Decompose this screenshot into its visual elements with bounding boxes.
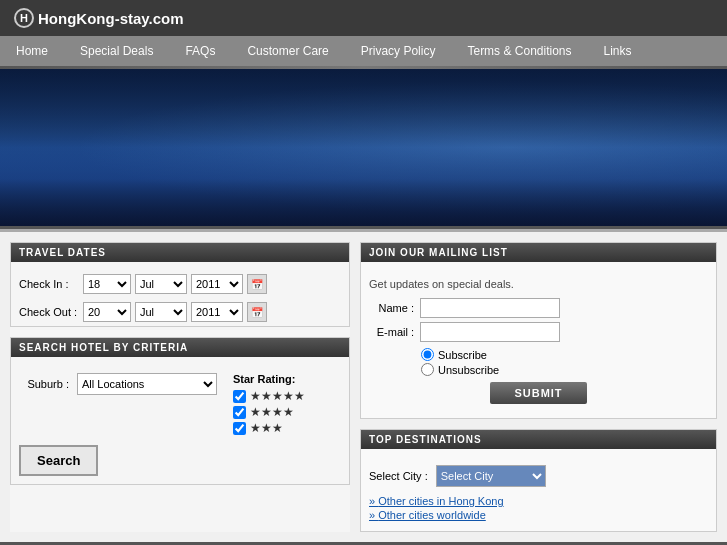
submit-button[interactable]: SUBMIT xyxy=(490,382,586,404)
other-cities-hk-link[interactable]: Other cities in Hong Kong xyxy=(369,495,708,507)
nav-home[interactable]: Home xyxy=(0,36,64,66)
unsubscribe-label: Unsubscribe xyxy=(438,364,499,376)
destinations-section: Top Destinations Select City : Select Ci… xyxy=(360,429,717,532)
nav-links[interactable]: Links xyxy=(588,36,648,66)
checkin-calendar-icon[interactable]: 📅 xyxy=(247,274,267,294)
criteria-inner: Suburb : All Locations Star Rating: ★★★★… xyxy=(11,365,349,484)
email-row: E-mail : xyxy=(369,322,708,342)
suburb-select[interactable]: All Locations xyxy=(77,373,217,395)
checkout-day-select[interactable]: 20 xyxy=(83,302,131,322)
destinations-inner: Select City : Select City Other cities i… xyxy=(361,457,716,531)
radio-section: Subscribe Unsubscribe xyxy=(421,348,708,376)
subscribe-label: Subscribe xyxy=(438,349,487,361)
star-rating-area: Star Rating: ★★★★★ ★★★★ ★★★ xyxy=(233,373,305,437)
checkin-label: Check In : xyxy=(19,278,79,290)
main-content: Travel Dates Check In : 18 Jul 2011 📅 Ch… xyxy=(0,232,727,542)
nav-special-deals[interactable]: Special Deals xyxy=(64,36,169,66)
email-label: E-mail : xyxy=(369,326,414,338)
subscribe-row: Subscribe xyxy=(421,348,708,361)
header: H HongKong-stay.com xyxy=(0,0,727,36)
nav-customer-care[interactable]: Customer Care xyxy=(231,36,344,66)
destinations-header: Top Destinations xyxy=(361,430,716,449)
mailing-list-section: Join Our Mailing List Get updates on spe… xyxy=(360,242,717,419)
star-rating-label: Star Rating: xyxy=(233,373,305,385)
checkin-row: Check In : 18 Jul 2011 📅 xyxy=(11,270,349,298)
hero-room-image xyxy=(0,69,727,226)
subscribe-radio[interactable] xyxy=(421,348,434,361)
star-row-5: ★★★★★ xyxy=(233,389,305,403)
search-button[interactable]: Search xyxy=(19,445,98,476)
suburb-area: Suburb : All Locations xyxy=(19,373,217,405)
logo-icon: H xyxy=(14,8,34,28)
star-row-3: ★★★ xyxy=(233,421,305,435)
star-5-label: ★★★★★ xyxy=(250,389,305,403)
city-label: Select City : xyxy=(369,470,428,482)
checkin-year-select[interactable]: 2011 xyxy=(191,274,243,294)
nav-faqs[interactable]: FAQs xyxy=(169,36,231,66)
nav-terms-conditions[interactable]: Terms & Conditions xyxy=(451,36,587,66)
city-row: Select City : Select City xyxy=(369,465,708,487)
checkout-label: Check Out : xyxy=(19,306,79,318)
checkout-row: Check Out : 20 Jul 2011 📅 xyxy=(11,298,349,326)
search-criteria-section: Search Hotel By Criteria Suburb : All Lo… xyxy=(10,337,350,485)
name-label: Name : xyxy=(369,302,414,314)
site-title: HongKong-stay.com xyxy=(38,10,184,27)
travel-dates-header: Travel Dates xyxy=(11,243,349,262)
mailing-inner: Get updates on special deals. Name : E-m… xyxy=(361,270,716,418)
checkout-year-select[interactable]: 2011 xyxy=(191,302,243,322)
checkout-month-select[interactable]: Jul xyxy=(135,302,187,322)
mailing-description: Get updates on special deals. xyxy=(369,278,708,290)
checkin-month-select[interactable]: Jul xyxy=(135,274,187,294)
unsubscribe-row: Unsubscribe xyxy=(421,363,708,376)
unsubscribe-radio[interactable] xyxy=(421,363,434,376)
search-criteria-header: Search Hotel By Criteria xyxy=(11,338,349,357)
suburb-row: Suburb : All Locations xyxy=(19,373,217,395)
name-input[interactable] xyxy=(420,298,560,318)
star-4-checkbox[interactable] xyxy=(233,406,246,419)
nav-privacy-policy[interactable]: Privacy Policy xyxy=(345,36,452,66)
star-3-label: ★★★ xyxy=(250,421,283,435)
navigation: Home Special Deals FAQs Customer Care Pr… xyxy=(0,36,727,66)
name-row: Name : xyxy=(369,298,708,318)
right-panel: Join Our Mailing List Get updates on spe… xyxy=(360,242,717,532)
suburb-label: Suburb : xyxy=(19,378,69,390)
star-4-label: ★★★★ xyxy=(250,405,294,419)
star-3-checkbox[interactable] xyxy=(233,422,246,435)
checkout-calendar-icon[interactable]: 📅 xyxy=(247,302,267,322)
city-select[interactable]: Select City xyxy=(436,465,546,487)
mailing-list-header: Join Our Mailing List xyxy=(361,243,716,262)
checkin-day-select[interactable]: 18 xyxy=(83,274,131,294)
travel-dates-section: Travel Dates Check In : 18 Jul 2011 📅 Ch… xyxy=(10,242,350,327)
left-panel: Travel Dates Check In : 18 Jul 2011 📅 Ch… xyxy=(10,242,350,532)
other-cities-worldwide-link[interactable]: Other cities worldwide xyxy=(369,509,708,521)
email-input[interactable] xyxy=(420,322,560,342)
hero-banner xyxy=(0,69,727,229)
star-row-4: ★★★★ xyxy=(233,405,305,419)
star-5-checkbox[interactable] xyxy=(233,390,246,403)
